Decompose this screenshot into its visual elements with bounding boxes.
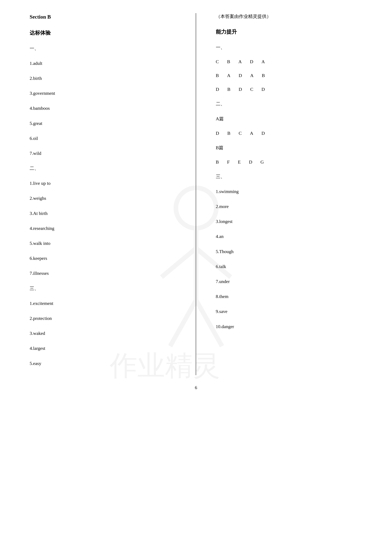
left-part3-item-2: 2.protection bbox=[30, 315, 179, 321]
right-part3-item-2: 2.more bbox=[216, 203, 376, 210]
left-part2-item-5: 5.walk into bbox=[30, 240, 179, 247]
right-part2a-label: A篇 bbox=[216, 116, 376, 122]
answer-cell: B bbox=[227, 59, 231, 64]
answer-cell: E bbox=[238, 159, 241, 165]
right-note: （本答案由作业精灵提供） bbox=[216, 13, 376, 20]
answer-cell: B bbox=[262, 73, 265, 78]
answer-cell: B bbox=[227, 131, 231, 136]
left-part2-item-7: 7.illnesses bbox=[30, 270, 179, 277]
right-part3-item-9: 9.save bbox=[216, 308, 376, 315]
left-part2-item-6: 6.keepers bbox=[30, 255, 179, 262]
answer-cell: A bbox=[250, 73, 254, 78]
left-part1-item-4: 4.bamboos bbox=[30, 105, 179, 111]
right-part3-label: 三、 bbox=[216, 173, 376, 180]
section-b-header: Section B bbox=[30, 13, 179, 21]
answer-cell: D bbox=[250, 59, 253, 64]
left-part2-item-2: 2.weighs bbox=[30, 195, 179, 201]
right-part3-item-8: 8.them bbox=[216, 293, 376, 300]
left-part3-label: 三、 bbox=[30, 285, 179, 291]
right-part3-item-4: 4.an bbox=[216, 233, 376, 240]
answer-cell: A bbox=[261, 59, 265, 64]
left-part1-item-2: 2.birth bbox=[30, 75, 179, 82]
left-part1-item-6: 6.oil bbox=[30, 135, 179, 141]
right-subsection2-label: 能力提升 bbox=[216, 28, 376, 35]
left-part3-item-4: 4.largest bbox=[30, 345, 179, 352]
left-part3-item-5: 5.easy bbox=[30, 360, 179, 367]
answer-cell: C bbox=[216, 59, 219, 64]
right-part1-row3: D B D C D bbox=[216, 87, 376, 92]
answer-cell: B bbox=[227, 87, 231, 92]
right-part3-item-3: 3.longest bbox=[216, 218, 376, 225]
answer-cell: C bbox=[250, 87, 254, 92]
answer-cell: G bbox=[260, 159, 264, 165]
answer-cell: B bbox=[216, 159, 219, 165]
page-number: 6 bbox=[0, 385, 392, 390]
answer-cell: D bbox=[216, 87, 219, 92]
right-column: （本答案由作业精灵提供） 能力提升 一、 C B A D A B A D A B bbox=[196, 13, 392, 375]
answer-cell: A bbox=[227, 73, 231, 78]
right-part3-item-6: 6.talk bbox=[216, 263, 376, 270]
answer-cell: D bbox=[261, 87, 265, 92]
right-part2b-row: B F E D G bbox=[216, 159, 376, 165]
right-part3-item-1: 1.swimming bbox=[216, 188, 376, 195]
left-part3-item-1: 1.excitement bbox=[30, 300, 179, 306]
answer-cell: F bbox=[227, 159, 230, 165]
subsection1-label: 达标体验 bbox=[30, 29, 179, 36]
answer-cell: A bbox=[238, 59, 242, 64]
left-part1-item-1: 1.adult bbox=[30, 60, 179, 66]
left-part1-item-7: 7.wild bbox=[30, 150, 179, 156]
right-part1-row2: B A D A B bbox=[216, 73, 376, 78]
answer-cell: A bbox=[250, 131, 253, 136]
answer-cell: D bbox=[238, 87, 242, 92]
left-part2-item-3: 3.At birth bbox=[30, 210, 179, 216]
answer-cell: B bbox=[216, 73, 219, 78]
answer-cell: C bbox=[238, 131, 242, 136]
content-layout: Section B 达标体验 一、 1.adult 2.birth 3.gove… bbox=[0, 13, 392, 375]
answer-cell: D bbox=[238, 73, 242, 78]
right-part3-item-10: 10.danger bbox=[216, 323, 376, 330]
answer-cell: D bbox=[216, 131, 219, 136]
left-part3-item-3: 3.waked bbox=[30, 330, 179, 337]
right-part2a-row: D B C A D bbox=[216, 131, 376, 136]
left-part1-item-5: 5.great bbox=[30, 120, 179, 126]
right-part2-label: 二、 bbox=[216, 101, 376, 107]
right-part3-item-7: 7.under bbox=[216, 278, 376, 285]
left-column: Section B 达标体验 一、 1.adult 2.birth 3.gove… bbox=[0, 13, 196, 375]
answer-cell: D bbox=[261, 131, 265, 136]
left-part1-item-3: 3.government bbox=[30, 90, 179, 97]
left-part2-item-1: 1.live up to bbox=[30, 180, 179, 187]
left-part1-label: 一、 bbox=[30, 45, 179, 51]
right-part1-row1: C B A D A bbox=[216, 59, 376, 64]
right-part2b-label: B篇 bbox=[216, 145, 376, 151]
answer-cell: D bbox=[249, 159, 252, 165]
left-part2-item-4: 4.researching bbox=[30, 225, 179, 231]
right-part3-item-5: 5.Though bbox=[216, 248, 376, 255]
page-container: 作业精灵 Section B 达标体验 一、 1.adult 2.birth 3… bbox=[0, 0, 392, 554]
right-part1-label: 一、 bbox=[216, 44, 376, 50]
left-part2-label: 二、 bbox=[30, 165, 179, 172]
